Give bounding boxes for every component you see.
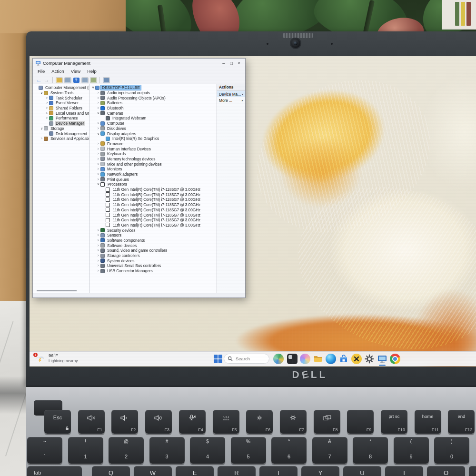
action-pane-toggle[interactable] xyxy=(103,78,109,83)
nav-row-local-users-and-groups[interactable]: >Local Users and Groups xyxy=(33,110,89,116)
help-button[interactable]: ? xyxy=(73,78,79,83)
chevron-closed-icon[interactable]: > xyxy=(96,100,100,105)
weather-widget[interactable]: 1 96°F Lightning nearby xyxy=(34,353,78,364)
chrome-button[interactable] xyxy=(390,354,400,364)
chevron-closed-icon[interactable]: > xyxy=(45,100,49,105)
device-row-universal-serial-bus-controllers[interactable]: >Universal Serial Bus controllers xyxy=(89,263,217,268)
chevron-closed-icon[interactable]: > xyxy=(96,96,100,100)
chevron-closed-icon[interactable]: > xyxy=(96,151,100,156)
device-row-audio-inputs-and-outputs[interactable]: >Audio inputs and outputs xyxy=(89,90,217,96)
chevron-open-icon[interactable]: ∨ xyxy=(96,131,100,136)
nav-row-device-manager[interactable]: Device Manager xyxy=(33,121,89,126)
device-row-11th-gen-intel-r-core-tm-i7-1185g7-3-00ghz-26[interactable]: 11th Gen Intel(R) Core(TM) i7-1185G7 @ 3… xyxy=(89,218,217,223)
chevron-closed-icon[interactable]: > xyxy=(96,263,100,268)
device-row-firmware[interactable]: >Firmware xyxy=(89,141,217,147)
device-row-sound-video-and-game-controllers[interactable]: >Sound, video and game controllers xyxy=(89,248,217,253)
computer-management-button[interactable] xyxy=(377,354,387,364)
chevron-closed-icon[interactable]: > xyxy=(45,111,49,116)
chevron-open-icon[interactable]: ∨ xyxy=(40,126,44,131)
microsoft-store-button[interactable] xyxy=(338,354,349,364)
device-row-print-queues[interactable]: >Print queues xyxy=(89,177,217,182)
device-row-usb-connector-managers[interactable]: >USB Connector Managers xyxy=(89,268,217,274)
chevron-open-icon[interactable]: ∨ xyxy=(40,90,44,95)
minimize-button[interactable]: – xyxy=(220,60,228,66)
device-row-display-adapters[interactable]: ∨Display adapters xyxy=(89,131,217,136)
chevron-open-icon[interactable]: ∨ xyxy=(96,182,100,187)
device-row-keyboards[interactable]: >Keyboards xyxy=(89,151,217,157)
forward-button[interactable]: → xyxy=(43,76,50,84)
chevron-closed-icon[interactable]: > xyxy=(96,157,100,161)
device-row-monitors[interactable]: >Monitors xyxy=(89,167,217,172)
export-list-button[interactable] xyxy=(82,78,88,83)
chevron-closed-icon[interactable]: > xyxy=(96,141,100,146)
device-row-11th-gen-intel-r-core-tm-i7-1185g7-3-00ghz-24[interactable]: 11th Gen Intel(R) Core(TM) i7-1185G7 @ 3… xyxy=(89,208,217,213)
device-row-11th-gen-intel-r-core-tm-i7-1185g7-3-00ghz-20[interactable]: 11th Gen Intel(R) Core(TM) i7-1185G7 @ 3… xyxy=(89,187,217,192)
chevron-closed-icon[interactable]: > xyxy=(45,96,49,100)
chevron-closed-icon[interactable]: > xyxy=(96,90,100,95)
nav-row-event-viewer[interactable]: >Event Viewer xyxy=(33,100,89,106)
device-row-software-components[interactable]: >Software components xyxy=(89,238,217,243)
device-row-11th-gen-intel-r-core-tm-i7-1185g7-3-00ghz-27[interactable]: 11th Gen Intel(R) Core(TM) i7-1185G7 @ 3… xyxy=(89,223,217,228)
chevron-closed-icon[interactable]: > xyxy=(45,106,49,110)
chevron-closed-icon[interactable]: > xyxy=(96,238,100,243)
horizontal-scrollbar[interactable] xyxy=(37,290,77,291)
nav-row-task-scheduler[interactable]: >Task Scheduler xyxy=(33,95,89,100)
chevron-open-icon[interactable]: ∨ xyxy=(96,111,100,116)
device-row-sensors[interactable]: >Sensors xyxy=(89,233,217,238)
device-row-network-adapters[interactable]: >Network adapters xyxy=(89,172,217,177)
chevron-closed-icon[interactable]: > xyxy=(96,172,100,177)
console-tree-toggle[interactable] xyxy=(56,78,62,83)
device-row-memory-technology-devices[interactable]: >Memory technology devices xyxy=(89,157,217,162)
device-row-bluetooth[interactable]: >Bluetooth xyxy=(89,106,217,111)
menu-view[interactable]: View xyxy=(68,69,84,74)
chevron-closed-icon[interactable]: > xyxy=(96,253,100,258)
edge-button[interactable] xyxy=(326,354,336,364)
maximize-button[interactable]: □ xyxy=(228,60,235,66)
nav-row-storage[interactable]: ∨Storage xyxy=(33,126,89,131)
chevron-closed-icon[interactable]: > xyxy=(96,258,100,263)
chevron-closed-icon[interactable]: > xyxy=(96,228,100,233)
device-row-software-devices[interactable]: >Software devices xyxy=(89,243,217,248)
device-row-system-devices[interactable]: >System devices xyxy=(89,258,217,263)
search-box[interactable] xyxy=(224,354,269,364)
collapse-arrow-icon[interactable]: ▴ xyxy=(242,92,243,96)
chevron-closed-icon[interactable]: > xyxy=(96,162,100,167)
file-explorer-button[interactable] xyxy=(313,354,323,364)
device-row-human-interface-devices[interactable]: >Human Interface Devices xyxy=(89,146,217,151)
menu-action[interactable]: Action xyxy=(48,69,67,74)
nav-row-disk-management[interactable]: Disk Management xyxy=(33,131,89,136)
menu-help[interactable]: Help xyxy=(84,69,100,74)
support-app-button[interactable] xyxy=(351,354,362,364)
back-button[interactable]: ← xyxy=(35,76,43,84)
device-row-11th-gen-intel-r-core-tm-i7-1185g7-3-00ghz-25[interactable]: 11th Gen Intel(R) Core(TM) i7-1185G7 @ 3… xyxy=(89,212,217,218)
chevron-closed-icon[interactable]: > xyxy=(40,136,44,141)
title-bar[interactable]: Computer Management –□× xyxy=(33,59,245,68)
device-row-audio-processing-objects-apos[interactable]: >Audio Processing Objects (APOs) xyxy=(89,95,217,100)
refresh-button[interactable] xyxy=(90,78,97,83)
device-row-11th-gen-intel-r-core-tm-i7-1185g7-3-00ghz-22[interactable]: 11th Gen Intel(R) Core(TM) i7-1185G7 @ 3… xyxy=(89,197,217,202)
device-row-desktop-rc1ulbe[interactable]: ∨DESKTOP-RC1ULBE xyxy=(89,85,217,90)
dark-square-app-button[interactable] xyxy=(287,354,298,364)
device-row-11th-gen-intel-r-core-tm-i7-1185g7-3-00ghz-21[interactable]: 11th Gen Intel(R) Core(TM) i7-1185G7 @ 3… xyxy=(89,192,217,197)
close-button[interactable]: × xyxy=(235,60,243,66)
actions-more[interactable]: More ... ▸ xyxy=(217,97,245,103)
device-row-cameras[interactable]: ∨Cameras xyxy=(89,110,217,116)
chevron-closed-icon[interactable]: > xyxy=(96,233,100,238)
nav-row-performance[interactable]: >Performance xyxy=(33,116,89,121)
chevron-closed-icon[interactable]: > xyxy=(96,268,100,273)
nav-row-services-and-applications[interactable]: >Services and Applications xyxy=(33,136,89,141)
chevron-closed-icon[interactable]: > xyxy=(96,243,100,248)
start-button[interactable] xyxy=(213,354,223,364)
device-row-storage-controllers[interactable]: >Storage controllers xyxy=(89,253,217,258)
settings-button[interactable] xyxy=(364,354,375,364)
chevron-closed-icon[interactable]: > xyxy=(96,248,100,253)
device-row-batteries[interactable]: >Batteries xyxy=(89,100,217,106)
actions-group-device-manager[interactable]: Device Ma... ▴ xyxy=(217,91,245,97)
nav-row-computer-management-local[interactable]: Computer Management (Local xyxy=(33,85,89,90)
device-row-integrated-webcam[interactable]: Integrated Webcam xyxy=(89,116,217,121)
properties-button[interactable] xyxy=(65,78,71,83)
search-highlight-button[interactable] xyxy=(273,354,284,364)
device-row-disk-drives[interactable]: >Disk drives xyxy=(89,126,217,131)
device-row-security-devices[interactable]: >Security devices xyxy=(89,228,217,233)
chevron-closed-icon[interactable]: > xyxy=(45,116,49,120)
